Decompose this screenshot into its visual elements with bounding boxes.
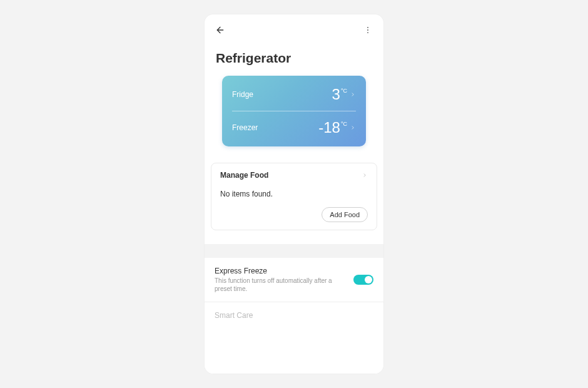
page-title: Refrigerator <box>205 37 383 76</box>
smart-care-label: Smart Care <box>215 311 253 320</box>
more-vertical-icon <box>363 26 372 34</box>
fridge-value: 3°C <box>332 87 347 102</box>
express-freeze-text: Express Freeze This function turns off a… <box>215 267 347 293</box>
chevron-right-icon <box>362 172 368 178</box>
chevron-right-icon <box>350 91 356 98</box>
express-freeze-toggle[interactable] <box>353 275 373 285</box>
section-divider <box>205 244 383 258</box>
fridge-value-wrap: 3°C <box>332 87 356 102</box>
temperature-card: Fridge 3°C Freezer -18°C <box>222 76 366 146</box>
fridge-row[interactable]: Fridge 3°C <box>232 87 356 111</box>
smart-care-row[interactable]: Smart Care <box>205 302 383 329</box>
express-freeze-row: Express Freeze This function turns off a… <box>205 258 383 302</box>
app-frame: Refrigerator Fridge 3°C Freezer -18°C M <box>205 14 383 374</box>
manage-food-actions: Add Food <box>220 198 368 222</box>
express-freeze-desc: This function turns off automatically af… <box>215 275 347 293</box>
more-button[interactable] <box>361 23 375 37</box>
freezer-label: Freezer <box>232 123 258 132</box>
manage-food-empty-text: No items found. <box>220 180 368 198</box>
header-bar <box>205 14 383 37</box>
chevron-right-icon <box>350 125 356 131</box>
svg-point-3 <box>367 32 368 33</box>
svg-point-1 <box>367 27 368 28</box>
freezer-row[interactable]: Freezer -18°C <box>232 111 356 135</box>
manage-food-card: Manage Food No items found. Add Food <box>211 163 377 230</box>
freezer-value: -18°C <box>318 120 347 135</box>
add-food-button[interactable]: Add Food <box>322 207 368 222</box>
svg-point-2 <box>367 29 368 31</box>
manage-food-title: Manage Food <box>220 171 268 180</box>
fridge-label: Fridge <box>232 90 253 99</box>
freezer-value-wrap: -18°C <box>318 120 356 135</box>
express-freeze-title: Express Freeze <box>215 267 347 275</box>
manage-food-header[interactable]: Manage Food <box>220 171 368 180</box>
back-button[interactable] <box>213 23 227 37</box>
arrow-left-icon <box>215 25 225 35</box>
